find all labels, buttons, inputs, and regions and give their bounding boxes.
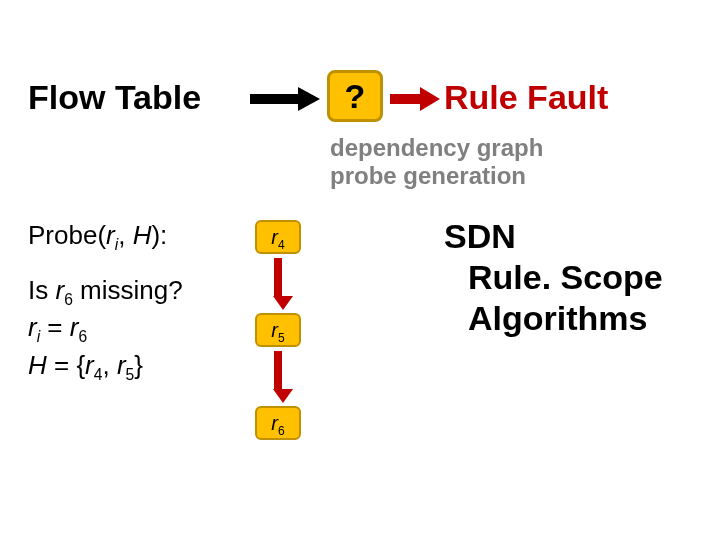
arrow-down-red-icon: [273, 258, 283, 310]
rule-box-r4: r4: [255, 220, 301, 254]
sdn-line1: SDN: [444, 216, 663, 257]
arrow-right-icon: [250, 90, 320, 108]
subtitle-line2: probe generation: [330, 162, 526, 189]
probe-assign-H: H = {r4, r5}: [28, 348, 183, 385]
rule-fault-label: Rule Fault: [444, 78, 608, 117]
sdn-block: SDN Rule. Scope Algorithms: [444, 216, 663, 338]
diagram-stage: Flow Table ? Rule Fault dependency graph…: [0, 0, 720, 540]
sdn-line3: Algorithms: [444, 298, 663, 339]
arrow-right-red-icon: [390, 90, 440, 108]
rule-box-r5: r5: [255, 313, 301, 347]
probe-assign-ri: ri = r6: [28, 310, 183, 347]
probe-question: Is r6 missing?: [28, 273, 183, 310]
flow-table-label: Flow Table: [28, 78, 201, 117]
subtitle: dependency graph probe generation: [330, 134, 543, 189]
probe-heading: Probe(ri, H):: [28, 218, 183, 255]
sdn-line2: Rule. Scope: [444, 257, 663, 298]
question-box: ?: [327, 70, 383, 122]
arrow-down-red-icon: [273, 351, 283, 403]
probe-text: Probe(ri, H): Is r6 missing? ri = r6 H =…: [28, 218, 183, 385]
subtitle-line1: dependency graph: [330, 134, 543, 161]
rule-box-r6: r6: [255, 406, 301, 440]
